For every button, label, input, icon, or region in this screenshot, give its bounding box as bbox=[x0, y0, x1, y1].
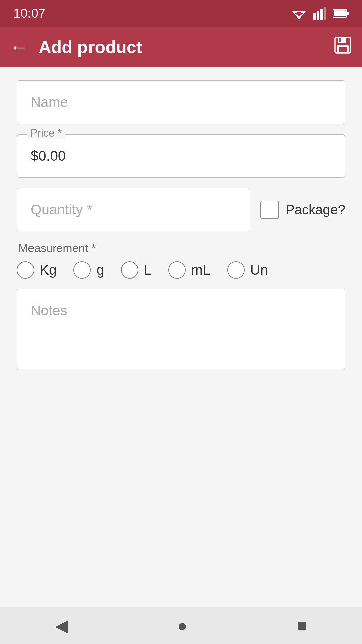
svg-rect-5 bbox=[320, 9, 323, 20]
nav-home-button[interactable]: ● bbox=[177, 616, 187, 635]
save-button[interactable] bbox=[334, 36, 352, 58]
radio-circle-un bbox=[227, 261, 245, 279]
radio-label-l: L bbox=[144, 262, 152, 278]
status-icons bbox=[291, 7, 349, 20]
measurement-radio-group: Kg g L mL Un bbox=[17, 261, 345, 279]
svg-rect-14 bbox=[339, 38, 341, 42]
svg-rect-9 bbox=[334, 10, 346, 16]
nav-recent-button[interactable]: ■ bbox=[297, 616, 307, 635]
nav-back-button[interactable]: ◀ bbox=[55, 616, 68, 635]
radio-circle-g bbox=[73, 261, 91, 279]
wifi-icon bbox=[291, 7, 307, 20]
form-content: Price * Package? Measurement * Kg g L bbox=[0, 67, 362, 383]
quantity-input[interactable] bbox=[17, 188, 250, 231]
name-input[interactable] bbox=[17, 80, 345, 124]
package-label: Package? bbox=[286, 202, 345, 217]
bottom-nav: ◀ ● ■ bbox=[0, 607, 362, 644]
package-group: Package? bbox=[260, 201, 345, 219]
svg-rect-3 bbox=[313, 13, 316, 20]
radio-circle-kg bbox=[17, 261, 34, 279]
package-checkbox[interactable] bbox=[260, 201, 279, 219]
radio-label-un: Un bbox=[250, 262, 268, 278]
back-button[interactable]: ← bbox=[10, 38, 28, 56]
price-label: Price * bbox=[27, 127, 65, 139]
svg-rect-6 bbox=[324, 7, 326, 20]
svg-rect-13 bbox=[339, 47, 347, 52]
status-bar: 10:07 bbox=[0, 0, 362, 27]
measurement-label: Measurement * bbox=[17, 241, 345, 255]
signal-icon bbox=[313, 7, 326, 20]
svg-rect-11 bbox=[338, 37, 346, 43]
radio-kg[interactable]: Kg bbox=[17, 261, 57, 279]
svg-rect-8 bbox=[347, 12, 349, 15]
radio-label-kg: Kg bbox=[40, 262, 57, 278]
radio-l[interactable]: L bbox=[121, 261, 152, 279]
radio-g[interactable]: g bbox=[73, 261, 104, 279]
radio-circle-l bbox=[121, 261, 138, 279]
radio-un[interactable]: Un bbox=[227, 261, 268, 279]
save-icon bbox=[334, 36, 352, 54]
price-group: Price * bbox=[17, 134, 345, 178]
quantity-row: Package? bbox=[17, 188, 345, 231]
radio-label-ml: mL bbox=[191, 262, 210, 278]
radio-circle-ml bbox=[168, 261, 186, 279]
price-input[interactable] bbox=[17, 134, 345, 178]
app-bar: ← Add product bbox=[0, 27, 362, 67]
notes-input[interactable] bbox=[17, 289, 345, 369]
radio-label-g: g bbox=[96, 262, 104, 278]
page-title: Add product bbox=[39, 37, 334, 57]
battery-icon bbox=[333, 9, 349, 18]
radio-ml[interactable]: mL bbox=[168, 261, 210, 279]
measurement-section: Measurement * Kg g L mL Un bbox=[17, 241, 345, 279]
status-time: 10:07 bbox=[13, 6, 45, 21]
svg-rect-4 bbox=[317, 11, 319, 20]
